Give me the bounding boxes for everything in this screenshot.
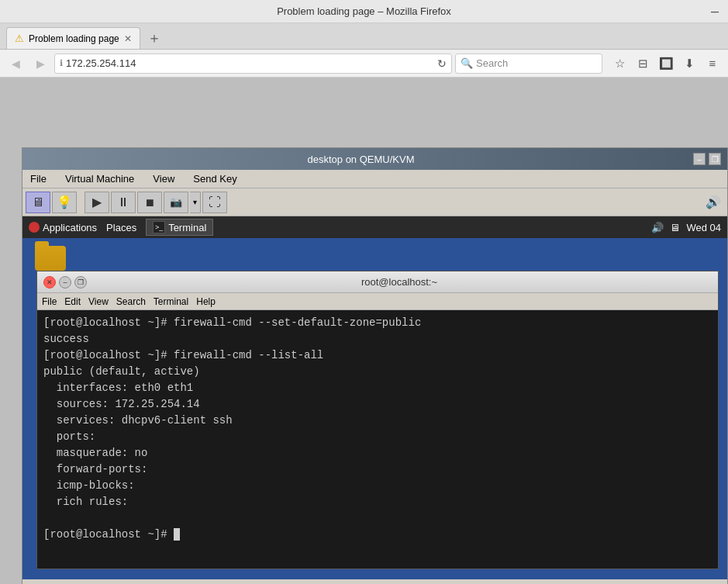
tab-label: Problem loading page xyxy=(29,33,119,44)
browser-title: Problem loading page – Mozilla Firefox xyxy=(277,5,451,17)
terminal-line-9: masquerade: no xyxy=(43,445,712,461)
terminal-line-2: success xyxy=(43,331,712,347)
terminal-maximize-button[interactable]: ❐ xyxy=(74,276,87,289)
page-background: Problem loading page – Mozilla Firefox –… xyxy=(0,0,728,584)
qemu-display-button[interactable]: 🖥 xyxy=(26,192,50,213)
terminal-panel-button[interactable]: >_ Terminal xyxy=(146,219,213,236)
qemu-menu-virtual-machine[interactable]: Virtual Machine xyxy=(60,171,139,186)
qemu-bulb-button[interactable]: 💡 xyxy=(52,192,77,213)
terminal-menu-file[interactable]: File xyxy=(42,296,57,307)
terminal-window: ✕ – ❐ root@localhost:~ File Edit View Se… xyxy=(36,271,719,569)
terminal-line-11: icmp-blocks: xyxy=(43,478,712,494)
terminal-menu-view[interactable]: View xyxy=(88,296,109,307)
terminal-line-10: forward-ports: xyxy=(43,461,712,478)
back-button[interactable]: ◀ xyxy=(5,53,26,74)
qemu-menu-send-key[interactable]: Send Key xyxy=(188,171,241,186)
terminal-menu-terminal[interactable]: Terminal xyxy=(154,296,188,307)
browser-navbar: ◀ ▶ ℹ 172.25.254.114 ↻ 🔍 Search ☆ ⊟ 🔲 ⬇ … xyxy=(0,50,728,78)
qemu-usb-icon: 🔊 xyxy=(702,192,724,213)
gnome-logo xyxy=(29,222,40,233)
tab-warning-icon: ⚠ xyxy=(15,33,24,44)
new-tab-button[interactable]: ＋ xyxy=(143,27,165,49)
terminal-line-3: [root@localhost ~]# firewall-cmd --list-… xyxy=(43,347,712,364)
clock: Wed 04 xyxy=(686,222,721,233)
browser-minimize-button[interactable]: – xyxy=(711,3,719,19)
search-bar[interactable]: 🔍 Search xyxy=(455,54,602,74)
terminal-line-14: [root@localhost ~]# xyxy=(43,527,712,543)
qemu-menu-file[interactable]: File xyxy=(26,171,51,186)
volume-icon[interactable]: 🔊 xyxy=(651,222,664,233)
qemu-play-button[interactable]: ▶ xyxy=(85,192,109,213)
terminal-menu-help[interactable]: Help xyxy=(196,296,216,307)
download-button[interactable]: ⬇ xyxy=(678,53,700,74)
terminal-line-7: services: dhcpv6-client ssh xyxy=(43,413,712,429)
terminal-body[interactable]: [root@localhost ~]# firewall-cmd --set-d… xyxy=(37,310,718,568)
terminal-window-buttons: ✕ – ❐ xyxy=(43,276,87,289)
panel-right: 🔊 🖥 Wed 04 xyxy=(651,222,721,233)
network-icon: 🖥 xyxy=(670,222,680,233)
applications-label: Applications xyxy=(43,222,97,233)
browser-tabbar: ⚠ Problem loading page ✕ ＋ xyxy=(0,23,728,50)
gnome-panel: Applications Places >_ Terminal 🔊 🖥 Wed … xyxy=(22,216,727,238)
qemu-window: desktop on QEMU/KVM – ❐ File Virtual Mac… xyxy=(22,147,728,584)
qemu-toolbar: 🖥 💡 ▶ ⏸ ⏹ 📷 ▾ ⛶ 🔊 xyxy=(22,188,727,216)
qemu-title: desktop on QEMU/KVM xyxy=(29,154,693,165)
terminal-menubar: File Edit View Search Terminal Help xyxy=(37,293,718,310)
qemu-snapshot-dropdown[interactable]: ▾ xyxy=(190,192,201,213)
toolbar-icons: ☆ ⊟ 🔲 ⬇ ≡ xyxy=(609,53,723,74)
search-icon: 🔍 xyxy=(461,57,473,69)
terminal-line-8: ports: xyxy=(43,429,712,445)
terminal-panel-label: Terminal xyxy=(168,222,206,233)
browser-tab-active[interactable]: ⚠ Problem loading page ✕ xyxy=(6,27,140,49)
qemu-restore-button[interactable]: ❐ xyxy=(709,153,721,165)
terminal-line-13 xyxy=(43,510,712,527)
terminal-minimize-button[interactable]: – xyxy=(59,276,71,289)
tab-close-button[interactable]: ✕ xyxy=(124,33,132,44)
qemu-stop-button[interactable]: ⏹ xyxy=(137,192,162,213)
forward-button[interactable]: ▶ xyxy=(29,53,51,74)
menu-button[interactable]: ≡ xyxy=(702,53,723,74)
reader-view-button[interactable]: ⊟ xyxy=(632,53,654,74)
terminal-titlebar: ✕ – ❐ root@localhost:~ xyxy=(37,271,718,293)
folder-icon xyxy=(35,246,66,271)
bookmarks-star-button[interactable]: ☆ xyxy=(609,53,630,74)
qemu-fullscreen-button[interactable]: ⛶ xyxy=(202,192,227,213)
url-bar[interactable]: ℹ 172.25.254.114 ↻ xyxy=(54,54,452,74)
terminal-icon: >_ xyxy=(153,221,165,233)
terminal-menu-edit[interactable]: Edit xyxy=(64,296,81,307)
qemu-desktop: ✕ – ❐ root@localhost:~ File Edit View Se… xyxy=(22,238,727,579)
qemu-snapshot-button[interactable]: 📷 xyxy=(164,192,188,213)
terminal-line-5: interfaces: eth0 eth1 xyxy=(43,380,712,396)
search-placeholder: Search xyxy=(476,57,508,69)
qemu-minimize-button[interactable]: – xyxy=(693,153,706,165)
browser-titlebar: Problem loading page – Mozilla Firefox – xyxy=(0,0,728,23)
qemu-menu-view[interactable]: View xyxy=(148,171,179,186)
terminal-line-1: [root@localhost ~]# firewall-cmd --set-d… xyxy=(43,315,712,331)
security-icon: ℹ xyxy=(60,58,63,68)
terminal-line-12: rich rules: xyxy=(43,494,712,510)
qemu-menubar: File Virtual Machine View Send Key xyxy=(22,170,727,188)
url-text: 172.25.254.114 xyxy=(66,57,434,69)
desktop-folder[interactable] xyxy=(27,246,74,271)
terminal-line-6: sources: 172.25.254.14 xyxy=(43,396,712,413)
terminal-close-button[interactable]: ✕ xyxy=(43,276,56,289)
terminal-menu-search[interactable]: Search xyxy=(116,296,146,307)
applications-menu[interactable]: Applications xyxy=(29,222,97,233)
qemu-window-buttons: – ❐ xyxy=(693,153,721,165)
qemu-titlebar: desktop on QEMU/KVM – ❐ xyxy=(22,148,727,170)
reload-button[interactable]: ↻ xyxy=(437,57,447,70)
terminal-title: root@localhost:~ xyxy=(87,276,712,288)
qemu-pause-button[interactable]: ⏸ xyxy=(111,192,136,213)
terminal-cursor xyxy=(174,528,180,541)
pocket-button[interactable]: 🔲 xyxy=(655,53,677,74)
places-menu[interactable]: Places xyxy=(102,220,141,235)
terminal-line-4: public (default, active) xyxy=(43,364,712,380)
